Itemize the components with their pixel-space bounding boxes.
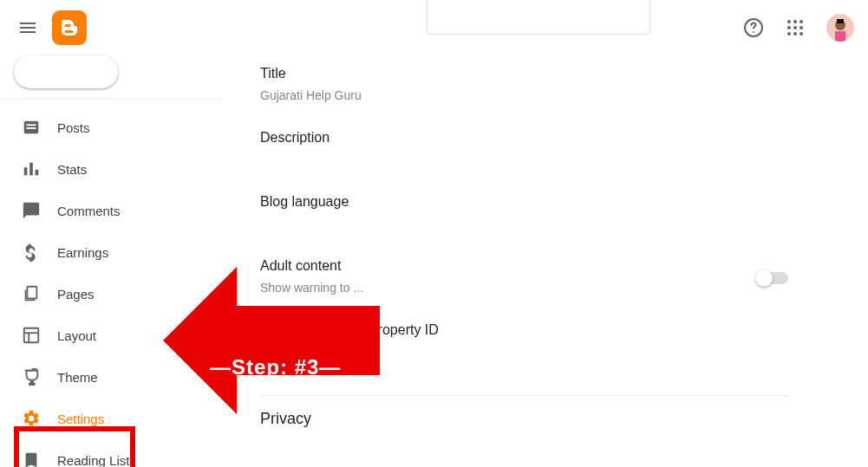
menu-icon	[17, 17, 38, 38]
svg-point-2	[753, 31, 754, 33]
posts-icon	[21, 117, 42, 138]
svg-rect-23	[24, 328, 39, 343]
help-button[interactable]	[736, 10, 771, 45]
svg-point-10	[793, 32, 797, 36]
setting-analytics-label: ...gle Analytics property ID	[260, 322, 788, 338]
svg-rect-21	[36, 170, 39, 175]
svg-rect-17	[27, 124, 36, 126]
settings-main: Title Gujarati Help Guru Description Blo…	[222, 55, 868, 428]
sidebar-item-label: Earnings	[57, 245, 108, 260]
svg-point-7	[793, 26, 797, 29]
setting-language-value	[260, 217, 788, 230]
svg-point-6	[787, 26, 791, 29]
hamburger-menu-button[interactable]	[7, 7, 49, 49]
stats-icon	[21, 159, 42, 179]
sidebar-item-label: Pages	[57, 287, 95, 302]
setting-description-value	[260, 152, 788, 166]
setting-adult-content: Adult content Show warning to ...	[260, 246, 788, 310]
user-avatar[interactable]	[826, 14, 854, 42]
sidebar-item-label: Settings	[57, 412, 104, 426]
sidebar-item-posts[interactable]: Posts	[0, 107, 201, 148]
settings-icon	[21, 408, 42, 429]
svg-point-8	[799, 26, 803, 29]
sidebar-item-label: Posts	[57, 120, 90, 135]
section-divider	[260, 395, 789, 396]
sidebar-item-stats[interactable]: Stats	[0, 148, 201, 190]
sidebar-item-comments[interactable]: Comments	[0, 190, 201, 231]
adult-content-toggle[interactable]	[757, 272, 788, 284]
app-header	[0, 0, 868, 55]
sidebar-item-label: Comments	[57, 204, 121, 218]
sidebar-item-label: Stats	[57, 162, 87, 177]
svg-point-9	[787, 32, 791, 36]
setting-analytics[interactable]: ...gle Analytics property ID	[260, 310, 788, 374]
section-privacy-title: Privacy	[260, 410, 788, 428]
setting-title-label: Title	[260, 66, 788, 81]
svg-point-4	[793, 20, 797, 23]
setting-title-value: Gujarati Help Guru	[260, 88, 788, 102]
layout-icon	[21, 325, 42, 346]
sidebar-item-pages[interactable]: Pages	[0, 273, 201, 315]
new-post-button[interactable]	[14, 55, 118, 88]
sidebar-item-settings[interactable]: Settings	[0, 398, 201, 439]
svg-point-3	[787, 20, 791, 23]
svg-point-11	[799, 32, 803, 36]
google-apps-button[interactable]	[778, 10, 813, 45]
avatar-image	[826, 14, 854, 42]
svg-rect-19	[24, 167, 28, 175]
svg-rect-20	[29, 163, 33, 176]
setting-description[interactable]: Description	[260, 118, 788, 182]
svg-rect-22	[27, 287, 36, 299]
svg-rect-15	[837, 19, 844, 23]
theme-icon	[21, 366, 42, 387]
sidebar-item-layout[interactable]: Layout	[0, 315, 201, 356]
setting-title[interactable]: Title Gujarati Help Guru	[260, 66, 788, 118]
sidebar-item-label: Layout	[57, 328, 96, 343]
setting-adult-sub: Show warning to ...	[260, 281, 788, 295]
sidebar-item-theme[interactable]: Theme	[0, 356, 201, 398]
setting-adult-label: Adult content	[260, 258, 788, 274]
comments-icon	[21, 200, 42, 221]
reading-list-icon	[21, 450, 42, 467]
svg-point-5	[799, 20, 803, 23]
sidebar-item-label: Theme	[57, 370, 98, 385]
svg-rect-18	[27, 127, 36, 129]
svg-rect-13	[835, 31, 845, 42]
setting-language[interactable]: Blog language	[260, 182, 788, 246]
sidebar-item-reading-list[interactable]: Reading List	[0, 439, 201, 467]
pages-icon	[21, 283, 42, 304]
setting-description-label: Description	[260, 130, 788, 146]
sidebar-item-earnings[interactable]: Earnings	[0, 231, 201, 273]
blogger-logo-icon[interactable]	[52, 10, 87, 45]
sidebar-item-label: Reading List	[57, 453, 129, 468]
setting-language-label: Blog language	[260, 194, 788, 210]
sidebar: Posts Stats Comments Earnings Pages Layo…	[0, 55, 222, 467]
earnings-icon	[21, 242, 42, 263]
apps-grid-icon	[786, 19, 804, 36]
help-icon	[743, 17, 764, 38]
search-dropdown[interactable]	[427, 0, 650, 35]
